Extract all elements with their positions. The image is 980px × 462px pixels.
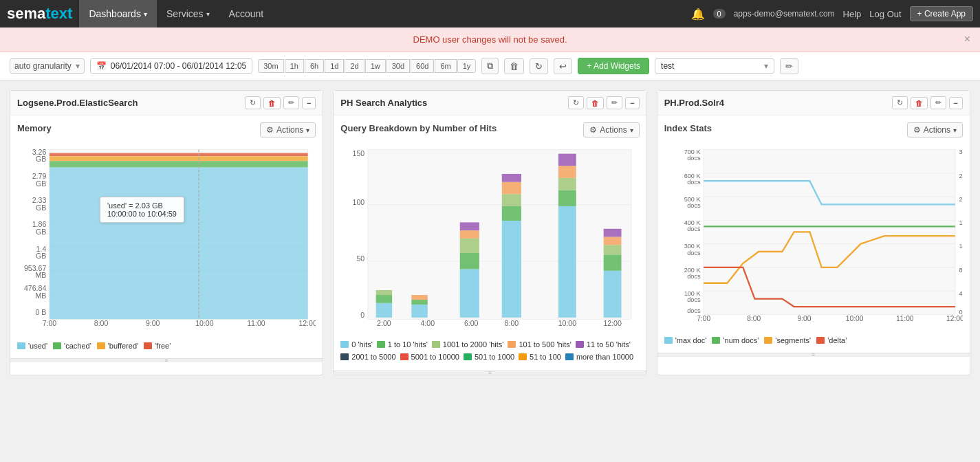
refresh-widget3-button[interactable]: ↻ [892, 96, 908, 109]
svg-rect-65 [604, 237, 622, 245]
copy-button[interactable]: ⧉ [481, 58, 499, 74]
collapse-widget3-button[interactable]: − [949, 97, 963, 109]
edit-widget3-button[interactable]: ✏ [930, 96, 946, 109]
memory-chart-container: 3.26 GB 2.79 GB 2.33 GB 1.86 GB 1.4 GB 9… [17, 142, 316, 338]
time-30d[interactable]: 30d [386, 59, 410, 73]
actions-button-memory[interactable]: ⚙ Actions ▾ [260, 122, 316, 138]
brand-logo: sematext [7, 5, 72, 23]
query-chart-svg: 150 100 50 0 [340, 142, 639, 336]
svg-rect-62 [604, 271, 622, 318]
svg-text:MB: MB [35, 292, 46, 300]
widget-header-solr: PH.Prod.Solr4 ↻ 🗑 ✏ − [657, 91, 970, 116]
collapse-widget2-button[interactable]: − [625, 97, 639, 109]
time-1d[interactable]: 1d [325, 59, 344, 73]
legend-delta: 'delta' [816, 336, 847, 344]
memory-legend: 'used' 'cached' 'buffered' 'free' [17, 338, 316, 351]
add-widgets-button[interactable]: + Add Widgets [578, 58, 649, 74]
widget-header-icons-logsene: ↻ 🗑 ✏ − [245, 96, 316, 109]
nav-dashboards[interactable]: Dashboards ▾ [79, 0, 157, 28]
svg-rect-56 [502, 174, 521, 182]
svg-text:11:00: 11:00 [247, 319, 265, 327]
create-app-button[interactable]: + Create App [910, 6, 973, 21]
time-6h[interactable]: 6h [305, 59, 324, 73]
chevron-down-icon: ▾ [764, 61, 768, 71]
chart-title-memory: Memory [17, 123, 52, 133]
time-30m[interactable]: 30m [258, 59, 283, 73]
legend-5001-10000: 5001 to 10000 [400, 353, 459, 361]
time-1y[interactable]: 1y [457, 59, 477, 73]
legend-free: 'free' [144, 342, 171, 350]
dashboard-name-field[interactable]: ▾ [655, 58, 774, 74]
nav-account[interactable]: Account [219, 0, 274, 28]
legend-1-10hits: 1 to 10 'hits' [377, 340, 428, 349]
gear-icon: ⚙ [589, 125, 597, 135]
help-link[interactable]: Help [843, 9, 862, 19]
granularity-label: auto granularity [14, 61, 72, 71]
svg-rect-53 [502, 206, 521, 221]
delete-widget3-button[interactable]: 🗑 [911, 97, 928, 109]
time-60d[interactable]: 60d [411, 59, 434, 73]
bell-icon[interactable]: 🔔 [691, 8, 705, 21]
dashboard-name-input[interactable] [661, 61, 764, 71]
svg-text:8.57: 8.57 [959, 267, 963, 274]
undo-button[interactable]: ↩ [554, 58, 572, 74]
widget-header-logsene: Logsene.Prod.ElasticSearch ↻ 🗑 ✏ − [10, 91, 323, 116]
actions-button-query[interactable]: ⚙ Actions ▾ [583, 122, 639, 138]
time-1w[interactable]: 1w [365, 59, 386, 73]
svg-text:12:00: 12:00 [946, 315, 963, 322]
svg-rect-57 [558, 206, 576, 318]
edit-widget2-button[interactable]: ✏ [607, 96, 622, 109]
delete-widget2-button[interactable]: 🗑 [587, 97, 604, 109]
svg-text:docs: docs [687, 155, 701, 162]
time-1h[interactable]: 1h [285, 59, 304, 73]
legend-label-delta: 'delta' [827, 336, 847, 344]
legend-2001-5000: 2001 to 5000 [340, 353, 395, 361]
resize-handle-widget1[interactable]: ≡ [10, 358, 323, 362]
svg-rect-52 [502, 221, 521, 318]
widget-body-ph-search: Query Breakdown by Number of Hits ⚙ Acti… [334, 116, 646, 371]
svg-rect-51 [460, 222, 479, 230]
svg-text:7:00: 7:00 [43, 319, 57, 327]
widget-panel-title-ph-search: PH Search Analytics [340, 98, 427, 108]
delete-button[interactable]: 🗑 [504, 58, 524, 74]
time-2d[interactable]: 2d [345, 59, 364, 73]
svg-rect-50 [460, 230, 479, 239]
refresh-widget2-button[interactable]: ↻ [568, 96, 584, 109]
close-banner-button[interactable]: × [964, 33, 970, 45]
index-legend: 'max doc' 'num docs' 'segments' 'delta' [664, 332, 963, 346]
logout-link[interactable]: Log Out [869, 9, 901, 19]
resize-handle-widget2[interactable]: ≡ [334, 371, 646, 375]
svg-text:MB: MB [35, 271, 46, 279]
actions-button-index[interactable]: ⚙ Actions ▾ [907, 122, 963, 138]
refresh-button[interactable]: ↻ [530, 58, 548, 74]
svg-rect-42 [376, 295, 392, 303]
chevron-down-icon: ▾ [953, 126, 957, 134]
svg-text:12.86: 12.86 [959, 243, 963, 250]
svg-rect-49 [460, 239, 479, 253]
nav-services[interactable]: Services ▾ [157, 0, 219, 28]
toolbar: auto granularity ▾ 📅 06/01/2014 07:00 - … [0, 52, 980, 80]
svg-text:GB: GB [36, 155, 46, 163]
legend-label-num-docs: 'num docs' [723, 336, 759, 344]
time-6m[interactable]: 6m [435, 59, 456, 73]
edit-widget-button[interactable]: ✏ [283, 96, 299, 109]
svg-marker-24 [50, 161, 308, 167]
collapse-widget-button[interactable]: − [302, 97, 316, 109]
svg-text:GB: GB [36, 252, 46, 260]
delete-widget-button[interactable]: 🗑 [263, 97, 281, 109]
svg-text:11:00: 11:00 [896, 315, 914, 322]
svg-text:10:00: 10:00 [558, 319, 577, 327]
svg-text:10:00: 10:00 [195, 319, 214, 327]
edit-dashboard-button[interactable]: ✏ [780, 58, 798, 74]
resize-handle-widget3[interactable]: ≡ [657, 353, 970, 357]
chevron-down-icon: ▾ [76, 61, 80, 71]
legend-1001-2000hits: 1001 to 2000 'hits' [432, 340, 504, 349]
legend-buffered: 'buffered' [97, 342, 138, 350]
svg-rect-45 [412, 300, 428, 305]
svg-rect-60 [558, 166, 576, 178]
svg-rect-48 [460, 253, 479, 269]
date-range-input[interactable]: 📅 06/01/2014 07:00 - 06/01/2014 12:05 [90, 58, 253, 74]
svg-rect-64 [604, 245, 622, 254]
granularity-selector[interactable]: auto granularity ▾ [10, 58, 85, 74]
refresh-widget-button[interactable]: ↻ [245, 96, 261, 109]
